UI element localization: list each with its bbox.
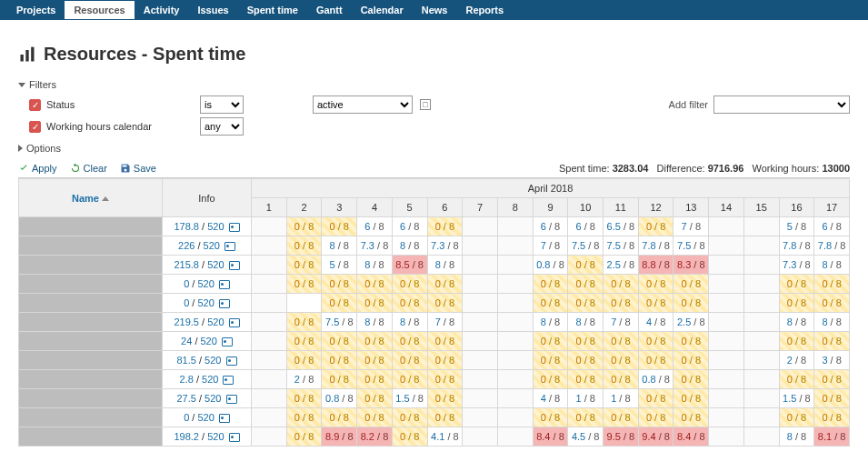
name-cell[interactable] <box>19 256 163 275</box>
cell-day-11[interactable]: 1 / 8 <box>604 389 639 408</box>
cell-day-16[interactable]: 7.3 / 8 <box>779 256 814 275</box>
col-day-10[interactable]: 10 <box>568 198 604 217</box>
col-day-2[interactable]: 2 <box>286 198 322 217</box>
cell-day-6[interactable]: 0 / 8 <box>427 408 463 427</box>
cell-day-14[interactable] <box>709 294 744 313</box>
cell-day-2[interactable]: 0 / 8 <box>286 217 322 236</box>
cell-day-11[interactable]: 7 / 8 <box>604 313 639 332</box>
cell-day-12[interactable]: 0 / 8 <box>638 332 673 351</box>
cell-day-5[interactable]: 0 / 8 <box>392 370 427 389</box>
cell-day-10[interactable]: 6 / 8 <box>568 217 604 236</box>
cell-day-4[interactable]: 0 / 8 <box>357 389 393 408</box>
cell-day-4[interactable]: 0 / 8 <box>357 351 393 370</box>
cell-day-10[interactable]: 7.5 / 8 <box>568 236 604 256</box>
cell-day-5[interactable]: 8 / 8 <box>392 313 427 332</box>
cell-day-9[interactable]: 0 / 8 <box>533 294 568 313</box>
name-cell[interactable] <box>19 236 163 256</box>
cell-day-2[interactable]: 0 / 8 <box>286 332 322 351</box>
cell-day-2[interactable]: 0 / 8 <box>286 389 322 408</box>
cell-day-1[interactable] <box>252 408 287 427</box>
cell-day-4[interactable]: 8 / 8 <box>357 256 393 275</box>
cell-day-5[interactable]: 0 / 8 <box>392 275 427 294</box>
cell-day-2[interactable]: 0 / 8 <box>286 351 322 370</box>
cell-day-13[interactable]: 0 / 8 <box>673 351 709 370</box>
col-day-15[interactable]: 15 <box>743 198 779 217</box>
cell-day-17[interactable]: 0 / 8 <box>814 370 850 389</box>
cell-day-14[interactable] <box>709 313 744 332</box>
cell-day-6[interactable]: 7 / 8 <box>427 313 463 332</box>
name-cell[interactable] <box>19 389 163 408</box>
col-day-11[interactable]: 11 <box>604 198 639 217</box>
cell-day-16[interactable]: 1.5 / 8 <box>779 389 814 408</box>
cell-day-11[interactable]: 9.5 / 8 <box>604 427 639 447</box>
collapse-icon[interactable]: □ <box>420 99 431 110</box>
cell-day-9[interactable]: 7 / 8 <box>533 236 568 256</box>
cell-day-13[interactable]: 8.4 / 8 <box>673 427 709 447</box>
add-filter-select[interactable] <box>713 95 850 114</box>
info-cell[interactable]: 0 / 520 <box>163 275 252 294</box>
nav-news[interactable]: News <box>413 1 457 19</box>
cell-day-16[interactable]: 0 / 8 <box>779 294 814 313</box>
nav-spent-time[interactable]: Spent time <box>238 1 307 19</box>
cell-day-4[interactable]: 0 / 8 <box>357 294 393 313</box>
cell-day-3[interactable]: 0.8 / 8 <box>322 389 357 408</box>
cell-day-11[interactable]: 0 / 8 <box>604 275 639 294</box>
cell-day-7[interactable] <box>463 217 498 236</box>
cell-day-17[interactable]: 0 / 8 <box>814 408 850 427</box>
card-icon[interactable] <box>222 337 233 346</box>
col-day-7[interactable]: 7 <box>463 198 498 217</box>
cell-day-4[interactable]: 0 / 8 <box>357 332 393 351</box>
cell-day-6[interactable]: 0 / 8 <box>427 351 463 370</box>
col-day-6[interactable]: 6 <box>427 198 463 217</box>
cell-day-8[interactable] <box>497 370 533 389</box>
cell-day-2[interactable]: 0 / 8 <box>286 427 322 447</box>
col-day-5[interactable]: 5 <box>392 198 427 217</box>
filter-calendar-label[interactable]: ✓Working hours calendar <box>29 121 193 133</box>
cell-day-14[interactable] <box>709 351 744 370</box>
filters-legend[interactable]: Filters <box>18 79 850 90</box>
cell-day-3[interactable]: 0 / 8 <box>322 275 357 294</box>
col-day-9[interactable]: 9 <box>533 198 568 217</box>
cell-day-9[interactable]: 8.4 / 8 <box>533 427 568 447</box>
cell-day-9[interactable]: 0.8 / 8 <box>533 256 568 275</box>
cell-day-3[interactable]: 5 / 8 <box>322 256 357 275</box>
cell-day-10[interactable]: 0 / 8 <box>568 351 604 370</box>
col-day-3[interactable]: 3 <box>322 198 357 217</box>
cell-day-10[interactable]: 0 / 8 <box>568 275 604 294</box>
col-day-16[interactable]: 16 <box>779 198 814 217</box>
col-day-17[interactable]: 17 <box>814 198 850 217</box>
cell-day-8[interactable] <box>497 256 533 275</box>
cell-day-7[interactable] <box>463 351 498 370</box>
cell-day-13[interactable]: 0 / 8 <box>673 389 709 408</box>
cell-day-12[interactable]: 0 / 8 <box>638 294 673 313</box>
cell-day-16[interactable]: 8 / 8 <box>779 313 814 332</box>
cell-day-13[interactable]: 0 / 8 <box>673 275 709 294</box>
cell-day-13[interactable]: 0 / 8 <box>673 332 709 351</box>
cell-day-5[interactable]: 0 / 8 <box>392 332 427 351</box>
cell-day-11[interactable]: 0 / 8 <box>604 332 639 351</box>
cell-day-3[interactable]: 0 / 8 <box>322 351 357 370</box>
card-icon[interactable] <box>226 395 237 404</box>
cell-day-4[interactable]: 8 / 8 <box>357 313 393 332</box>
cell-day-15[interactable] <box>743 275 779 294</box>
cell-day-14[interactable] <box>709 236 744 256</box>
cell-day-1[interactable] <box>252 332 287 351</box>
cell-day-15[interactable] <box>743 351 779 370</box>
col-day-4[interactable]: 4 <box>357 198 393 217</box>
cell-day-13[interactable]: 2.5 / 8 <box>673 313 709 332</box>
cell-day-10[interactable]: 4.5 / 8 <box>568 427 604 447</box>
cell-day-4[interactable]: 8.2 / 8 <box>357 427 393 447</box>
card-icon[interactable] <box>229 261 240 270</box>
checkbox-checked-icon[interactable]: ✓ <box>29 121 41 133</box>
cell-day-13[interactable]: 7 / 8 <box>673 217 709 236</box>
cell-day-16[interactable]: 5 / 8 <box>779 217 814 236</box>
cell-day-10[interactable]: 8 / 8 <box>568 313 604 332</box>
cell-day-6[interactable]: 0 / 8 <box>427 294 463 313</box>
cell-day-15[interactable] <box>743 408 779 427</box>
cell-day-10[interactable]: 0 / 8 <box>568 332 604 351</box>
cell-day-1[interactable] <box>252 313 287 332</box>
cell-day-13[interactable]: 0 / 8 <box>673 294 709 313</box>
cell-day-1[interactable] <box>252 256 287 275</box>
cell-day-14[interactable] <box>709 427 744 447</box>
cell-day-8[interactable] <box>497 313 533 332</box>
